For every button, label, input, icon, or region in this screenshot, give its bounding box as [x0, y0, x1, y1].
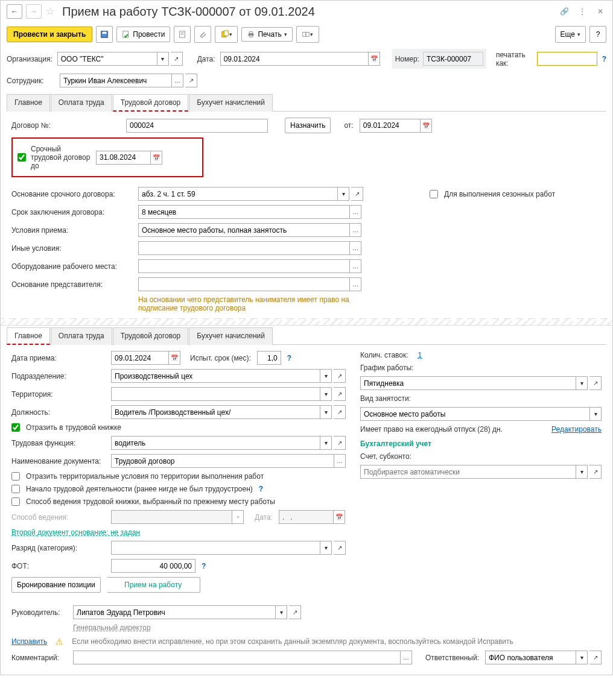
- tab2-main[interactable]: Главное: [7, 327, 50, 345]
- manager-title-link[interactable]: Генеральный директор: [73, 623, 151, 632]
- dropdown-icon[interactable]: ▾: [320, 436, 332, 450]
- dropdown-icon[interactable]: ▾: [576, 651, 588, 664]
- workbook-checkbox[interactable]: [11, 423, 20, 432]
- open-icon[interactable]: ↗: [334, 541, 346, 555]
- help-icon[interactable]: ?: [202, 562, 206, 570]
- terr-cond-checkbox[interactable]: [11, 472, 20, 481]
- dropdown-icon[interactable]: ▾: [320, 369, 332, 383]
- open-icon[interactable]: ↗: [351, 187, 363, 201]
- org-input[interactable]: [57, 52, 157, 66]
- second-doc-link[interactable]: Второй документ основание: не задан: [11, 528, 140, 537]
- doc-name-input[interactable]: [111, 454, 334, 468]
- dropdown-icon[interactable]: ▾: [576, 376, 588, 390]
- open-icon[interactable]: ↗: [334, 436, 346, 450]
- tab-main[interactable]: Главное: [7, 94, 50, 112]
- select-icon[interactable]: …: [349, 259, 361, 273]
- open-icon[interactable]: ↗: [589, 376, 602, 390]
- dropdown-icon[interactable]: ▾: [320, 541, 332, 555]
- number-input[interactable]: [423, 52, 483, 66]
- first-job-checkbox[interactable]: [11, 485, 20, 493]
- select-icon[interactable]: …: [334, 454, 346, 468]
- attach-button[interactable]: [194, 26, 211, 43]
- schedule-input[interactable]: [360, 376, 576, 390]
- basis-input[interactable]: [138, 187, 337, 201]
- calendar-icon[interactable]: 📅: [150, 151, 162, 165]
- rates-link[interactable]: 1: [418, 351, 422, 359]
- select-icon[interactable]: …: [349, 277, 361, 291]
- open-icon[interactable]: ↗: [334, 387, 346, 401]
- print-button[interactable]: Печать ▾: [241, 27, 292, 42]
- help-icon[interactable]: ?: [602, 55, 606, 63]
- tab-accounting[interactable]: Бухучет начислений: [189, 94, 273, 112]
- territory-input[interactable]: [111, 387, 320, 401]
- link-icon[interactable]: 🔗: [558, 5, 570, 17]
- help-icon[interactable]: ?: [287, 354, 291, 362]
- dropdown-icon[interactable]: ▾: [157, 52, 169, 66]
- term-input[interactable]: [138, 205, 349, 219]
- close-icon[interactable]: ✕: [594, 5, 606, 17]
- open-icon[interactable]: ↗: [334, 369, 346, 383]
- rank-input[interactable]: [111, 541, 320, 555]
- dropdown-icon[interactable]: ▾: [576, 465, 588, 479]
- tab2-pay[interactable]: Оплата труда: [51, 327, 112, 345]
- nav-back-button[interactable]: ←: [7, 4, 22, 19]
- create-based-button[interactable]: ▾: [215, 26, 238, 43]
- kebab-menu-icon[interactable]: ⋮: [576, 5, 588, 17]
- trial-input[interactable]: [257, 351, 281, 365]
- doc-button[interactable]: [174, 26, 191, 43]
- select-icon[interactable]: …: [400, 651, 412, 664]
- print-as-input[interactable]: [537, 52, 597, 66]
- other-conditions-input[interactable]: [138, 241, 349, 255]
- calendar-icon[interactable]: 📅: [420, 119, 432, 133]
- open-icon[interactable]: ↗: [171, 52, 183, 66]
- tab2-accounting[interactable]: Бухучет начислений: [189, 327, 273, 345]
- open-icon[interactable]: ↗: [334, 405, 346, 419]
- fot-input[interactable]: [111, 559, 195, 573]
- reserve-position-button[interactable]: Бронирование позиции: [11, 577, 101, 593]
- select-icon[interactable]: …: [349, 205, 361, 219]
- tab2-contract[interactable]: Трудовой договор: [113, 327, 188, 345]
- employee-input[interactable]: [60, 74, 171, 87]
- favorite-star-icon[interactable]: ☆: [45, 5, 55, 18]
- more-button[interactable]: Еще ▾: [555, 26, 586, 43]
- conditions-input[interactable]: [138, 223, 349, 237]
- comment-input[interactable]: [73, 651, 400, 664]
- save-button[interactable]: [96, 26, 113, 43]
- edit-vacation-link[interactable]: Редактировать: [551, 425, 602, 434]
- dropdown-icon[interactable]: ▾: [320, 405, 332, 419]
- manager-input[interactable]: [73, 605, 275, 619]
- calendar-icon[interactable]: 📅: [368, 52, 380, 66]
- hire-date-input[interactable]: [111, 351, 168, 365]
- contract-num-input[interactable]: [126, 119, 268, 133]
- post-and-close-button[interactable]: Провести и закрыть: [7, 27, 92, 42]
- urgent-date-input[interactable]: [96, 151, 150, 165]
- nav-forward-button[interactable]: →: [26, 4, 42, 19]
- open-icon[interactable]: ↗: [589, 465, 602, 479]
- select-icon[interactable]: …: [349, 241, 361, 255]
- open-icon[interactable]: ↗: [289, 605, 301, 619]
- dropdown-icon[interactable]: ▾: [320, 387, 332, 401]
- dropdown-icon[interactable]: ▾: [275, 605, 287, 619]
- method-prev-checkbox[interactable]: [11, 497, 20, 506]
- equipment-input[interactable]: [138, 259, 349, 273]
- division-input[interactable]: [111, 369, 320, 383]
- tab-pay[interactable]: Оплата труда: [51, 94, 112, 112]
- select-icon[interactable]: …: [171, 74, 183, 87]
- select-icon[interactable]: …: [349, 223, 361, 237]
- dropdown-icon[interactable]: ▾: [337, 187, 349, 201]
- account-input[interactable]: [360, 465, 576, 479]
- responsible-input[interactable]: [485, 651, 576, 664]
- func-input[interactable]: [111, 436, 320, 450]
- emptype-input[interactable]: [360, 407, 589, 421]
- seasonal-checkbox[interactable]: [430, 190, 438, 198]
- open-icon[interactable]: ↗: [589, 651, 602, 664]
- urgent-contract-checkbox[interactable]: [17, 153, 26, 162]
- post-button[interactable]: Провести: [116, 27, 170, 42]
- dropdown-icon[interactable]: ▾: [589, 407, 602, 421]
- calendar-icon[interactable]: 📅: [168, 351, 180, 365]
- contract-from-input[interactable]: [360, 119, 420, 133]
- hire-toggle-button[interactable]: Прием на работу: [107, 577, 200, 593]
- rep-basis-input[interactable]: [138, 277, 349, 291]
- assign-button[interactable]: Назначить: [285, 118, 331, 133]
- help-icon[interactable]: ?: [259, 485, 263, 493]
